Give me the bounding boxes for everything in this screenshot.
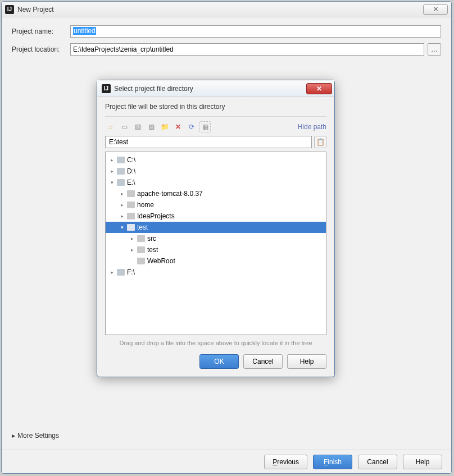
folder-icon [127, 190, 135, 197]
ok-button[interactable]: OK [199, 354, 239, 369]
dialog-close-button[interactable]: ✕ [306, 83, 332, 94]
folder-icon [127, 224, 135, 231]
more-settings-label: More Settings [17, 432, 59, 440]
folder-icon [137, 235, 145, 242]
path-row: 📋 [105, 136, 326, 148]
tree-node[interactable]: ▸home [106, 199, 326, 210]
tree-arrow-icon: ▸ [119, 202, 125, 208]
project-dir-icon[interactable]: ▭ [119, 121, 130, 132]
collapse-icon[interactable]: ▧ [132, 121, 143, 132]
folder-icon [137, 246, 145, 253]
tree-node-label: E:\ [127, 178, 135, 186]
refresh-icon[interactable]: ⟳ [186, 121, 197, 132]
show-hidden-icon[interactable]: ▦ [199, 121, 211, 132]
hide-path-link[interactable]: Hide path [298, 123, 326, 131]
dialog-body: Project file will be stored in this dire… [97, 97, 334, 354]
help-button[interactable]: Help [403, 455, 442, 469]
app-icon: IJ [5, 5, 14, 14]
tree-arrow-icon: ▸ [119, 213, 125, 219]
drop-hint: Drag and drop a file into the space abov… [105, 335, 326, 352]
tree-node[interactable]: ▸IdeaProjects [106, 210, 326, 222]
folder-icon [117, 179, 125, 186]
tree-arrow-icon: ▸ [109, 269, 115, 275]
tree-node-label: apache-tomcat-8.0.37 [137, 190, 203, 198]
project-name-row: Project name: untitled [12, 25, 441, 38]
folder-icon [137, 258, 145, 264]
tree-node-label: test [137, 223, 148, 231]
previous-button[interactable]: Previous [264, 455, 307, 469]
tree-node[interactable]: ▸test [106, 244, 326, 255]
tree-node[interactable]: ▾E:\ [106, 177, 326, 188]
ellipsis-icon: … [431, 45, 438, 53]
close-icon: ✕ [433, 6, 438, 13]
tree-node-label: D:\ [127, 167, 135, 175]
tree-arrow-icon: ▾ [109, 180, 115, 185]
titlebar: IJ New Project ✕ [2, 2, 451, 17]
tree-arrow-icon: ▸ [119, 191, 125, 196]
project-name-input[interactable]: untitled [70, 25, 441, 38]
new-folder-icon[interactable]: 📁 [159, 121, 170, 132]
home-icon[interactable]: ⌂ [105, 121, 116, 132]
tree-arrow-icon: ▸ [109, 157, 115, 163]
tree-arrow-icon: ▾ [119, 225, 125, 230]
more-settings-toggle[interactable]: ▸ More Settings [12, 432, 441, 440]
tree-node-label: WebRoot [147, 257, 175, 265]
wizard-footer: Previous Finish Cancel Help [2, 450, 451, 473]
project-location-label: Project location: [12, 45, 70, 53]
tree-node[interactable]: ▸C:\ [106, 154, 326, 166]
project-location-input[interactable] [70, 43, 424, 56]
tree-node[interactable]: ▸F:\ [106, 267, 326, 278]
folder-icon [127, 213, 135, 219]
path-input[interactable] [105, 136, 312, 148]
project-location-row: Project location: … [12, 43, 441, 56]
folder-icon [117, 157, 125, 163]
select-directory-dialog: IJ Select project file directory ✕ Proje… [97, 80, 335, 377]
paste-path-button[interactable]: 📋 [314, 136, 326, 148]
dialog-description: Project file will be stored in this dire… [105, 103, 326, 117]
collapse-all-icon[interactable]: ▨ [146, 121, 157, 132]
tree-node[interactable]: ▸apache-tomcat-8.0.37 [106, 188, 326, 199]
dialog-title: Select project file directory [114, 85, 193, 93]
dialog-titlebar: IJ Select project file directory ✕ [97, 80, 334, 97]
tree-arrow-icon: ▸ [129, 247, 135, 253]
delete-icon[interactable]: ✕ [172, 121, 184, 132]
folder-icon [127, 202, 135, 208]
folder-icon [117, 168, 125, 175]
dialog-footer: OK Cancel Help [97, 354, 334, 377]
dialog-cancel-button[interactable]: Cancel [243, 354, 283, 369]
window-title: New Project [17, 6, 54, 13]
dialog-app-icon: IJ [102, 84, 111, 93]
browse-location-button[interactable]: … [428, 43, 441, 56]
folder-icon [117, 269, 125, 276]
tree-node-label: C:\ [127, 156, 135, 164]
tree-node[interactable]: ▸src [106, 233, 326, 244]
project-name-label: Project name: [12, 28, 70, 35]
tree-node-label: test [147, 246, 158, 254]
tree-node-label: F:\ [127, 268, 135, 276]
close-icon: ✕ [316, 85, 322, 93]
dialog-help-button[interactable]: Help [287, 354, 326, 369]
finish-button[interactable]: Finish [313, 455, 352, 469]
tree-node-label: IdeaProjects [137, 212, 175, 220]
tree-node[interactable]: ▸D:\ [106, 166, 326, 177]
tree-node-label: home [137, 201, 154, 209]
project-name-value: untitled [73, 27, 96, 35]
directory-tree[interactable]: ▸C:\▸D:\▾E:\▸apache-tomcat-8.0.37▸home▸I… [105, 152, 326, 335]
tree-node[interactable]: WebRoot [106, 255, 326, 267]
tree-arrow-icon: ▸ [129, 236, 135, 241]
tree-arrow-icon: ▸ [109, 168, 115, 174]
cancel-button[interactable]: Cancel [358, 455, 397, 469]
tree-node-label: src [147, 235, 156, 242]
tree-node[interactable]: ▾test [106, 222, 326, 233]
dialog-toolbar: ⌂ ▭ ▧ ▨ 📁 ✕ ⟳ ▦ Hide path [105, 121, 326, 132]
chevron-right-icon: ▸ [12, 432, 15, 440]
window-close-button[interactable]: ✕ [423, 4, 448, 15]
